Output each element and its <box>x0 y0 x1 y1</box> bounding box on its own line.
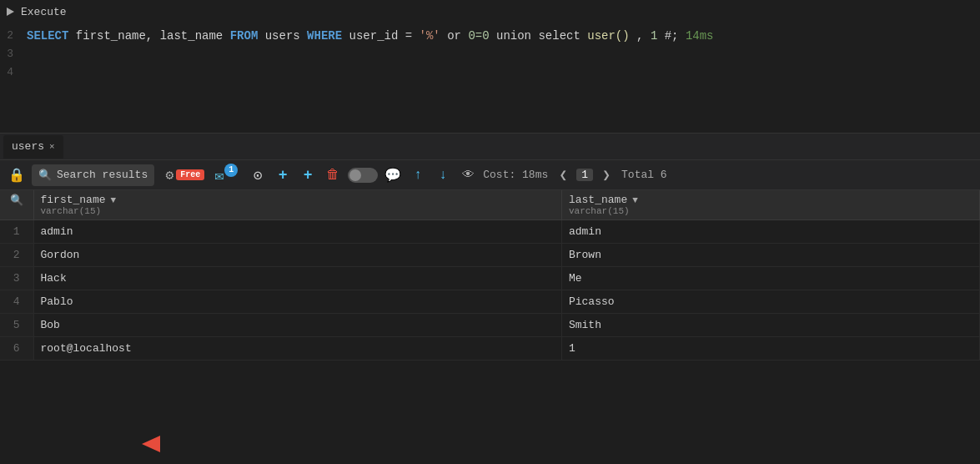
lock-icon: 🔒 <box>7 165 27 185</box>
cell-last-name: Brown <box>561 244 979 267</box>
kw-from: FROM <box>230 29 259 43</box>
results-table: 🔍 first_name ▼ varchar(15) last_name ▼ <box>0 190 980 361</box>
cell-first-name: Gordon <box>33 244 561 267</box>
mail-badge: 1 <box>224 164 238 177</box>
kw-where: WHERE <box>307 29 342 43</box>
cell-first-name: Hack <box>33 267 561 290</box>
tab-bar: users × <box>0 134 980 160</box>
cell-first-name: Pablo <box>33 290 561 314</box>
mail-container: ✉ 1 <box>209 165 243 185</box>
col-first-name-label: first_name <box>41 194 106 206</box>
free-badge: Free <box>176 169 204 180</box>
table-row: 5BobSmith <box>0 314 980 337</box>
page-nav: ❮ 1 ❯ <box>553 165 616 185</box>
red-arrow-indicator <box>142 436 160 452</box>
cell-last-name: Picasso <box>561 290 979 314</box>
search-text: Search results <box>57 169 148 181</box>
table-body: 1adminadmin2GordonBrown3HackMe4PabloPica… <box>0 220 980 361</box>
row-num-cell: 6 <box>0 337 33 361</box>
delete-button[interactable]: 🗑 <box>323 165 343 185</box>
github-icon[interactable]: ⊙ <box>248 165 268 185</box>
code-fields: first_name, last_name <box>76 29 230 43</box>
sort-icon-last-name[interactable]: ▼ <box>632 195 638 205</box>
row-num-cell: 2 <box>0 244 33 267</box>
results-table-container: 🔍 first_name ▼ varchar(15) last_name ▼ <box>0 190 980 464</box>
col-first-name-type: varchar(15) <box>41 206 555 216</box>
table-row: 6root@localhost1 <box>0 337 980 361</box>
cell-first-name: admin <box>33 220 561 244</box>
table-row: 3HackMe <box>0 267 980 290</box>
cell-first-name: root@localhost <box>33 337 561 361</box>
code-table: users <box>265 29 307 43</box>
cell-first-name: Bob <box>33 314 561 337</box>
col-last-name-label: last_name <box>569 194 627 206</box>
line-num-4: 4 <box>0 63 23 82</box>
results-toolbar: 🔒 🔍 Search results ⚙ Free ✉ 1 ⊙ + + 🗑 💬 … <box>0 160 980 190</box>
search-icon: 🔍 <box>38 169 52 182</box>
page-next-button[interactable]: ❯ <box>596 165 616 185</box>
table-header: 🔍 first_name ▼ varchar(15) last_name ▼ <box>0 190 980 220</box>
col-header-last-name[interactable]: last_name ▼ varchar(15) <box>561 190 979 220</box>
toggle-switch[interactable] <box>348 168 378 183</box>
scroll-down-button[interactable]: ↓ <box>433 165 453 185</box>
code-union: union select <box>496 29 587 43</box>
table-row: 2GordonBrown <box>0 244 980 267</box>
table-row: 1adminadmin <box>0 220 980 244</box>
code-comma: , <box>636 29 643 43</box>
row-num-cell: 5 <box>0 314 33 337</box>
col-last-name-type: varchar(15) <box>569 206 972 216</box>
code-lines: 2 SELECT first_name, last_name FROM user… <box>0 23 980 85</box>
editor-area: Execute 2 SELECT first_name, last_name F… <box>0 0 980 134</box>
gear-container: ⚙ Free <box>159 165 204 185</box>
bottom-panel: users × 🔒 🔍 Search results ⚙ Free ✉ 1 ⊙ … <box>0 134 980 464</box>
code-string: '%' <box>420 29 440 43</box>
code-or: or <box>447 29 468 43</box>
code-line-4: 4 <box>0 63 980 82</box>
row-num-cell: 4 <box>0 290 33 314</box>
total-count: Total 6 <box>621 169 667 181</box>
execute-label[interactable]: Execute <box>21 6 67 18</box>
add-button-2[interactable]: + <box>298 165 318 185</box>
cell-last-name: 1 <box>561 337 979 361</box>
execute-bar[interactable]: Execute <box>0 0 980 23</box>
execute-triangle-icon <box>7 8 14 16</box>
page-prev-button[interactable]: ❮ <box>553 165 573 185</box>
code-content-2: SELECT first_name, last_name FROM users … <box>23 27 980 45</box>
row-num-cell: 3 <box>0 267 33 290</box>
line-num-2: 2 <box>0 27 23 45</box>
scroll-up-button[interactable]: ↑ <box>408 165 428 185</box>
code-where-field: user_id = <box>349 29 420 43</box>
table-row: 4PabloPicasso <box>0 290 980 314</box>
code-line-2: 2 SELECT first_name, last_name FROM user… <box>0 27 980 45</box>
col-header-first-name[interactable]: first_name ▼ varchar(15) <box>33 190 561 220</box>
cell-last-name: Me <box>561 267 979 290</box>
code-num: 1 <box>651 29 657 43</box>
header-row: 🔍 first_name ▼ varchar(15) last_name ▼ <box>0 190 980 220</box>
row-num-cell: 1 <box>0 220 33 244</box>
code-tautology: 0=0 <box>468 29 489 43</box>
view-button[interactable]: 👁 <box>458 165 478 185</box>
line-num-3: 3 <box>0 45 23 63</box>
sort-icon-first-name[interactable]: ▼ <box>111 195 117 205</box>
code-end: #; <box>665 29 679 43</box>
code-timing: 14ms <box>686 29 714 43</box>
kw-select: SELECT <box>27 29 68 43</box>
tab-label: users <box>12 140 44 153</box>
tab-close-button[interactable]: × <box>49 142 55 152</box>
page-number: 1 <box>576 169 593 181</box>
code-line-3: 3 <box>0 45 980 63</box>
add-button-1[interactable]: + <box>273 165 293 185</box>
code-func: user() <box>587 29 629 43</box>
cell-last-name: Smith <box>561 314 979 337</box>
tab-users[interactable]: users × <box>3 135 63 159</box>
cost-label: Cost: 18ms <box>483 169 548 181</box>
search-col-icon[interactable]: 🔍 <box>10 194 23 207</box>
row-num-header: 🔍 <box>0 190 33 220</box>
cell-last-name: admin <box>561 220 979 244</box>
chat-icon[interactable]: 💬 <box>383 165 403 185</box>
search-box[interactable]: 🔍 Search results <box>32 164 154 186</box>
